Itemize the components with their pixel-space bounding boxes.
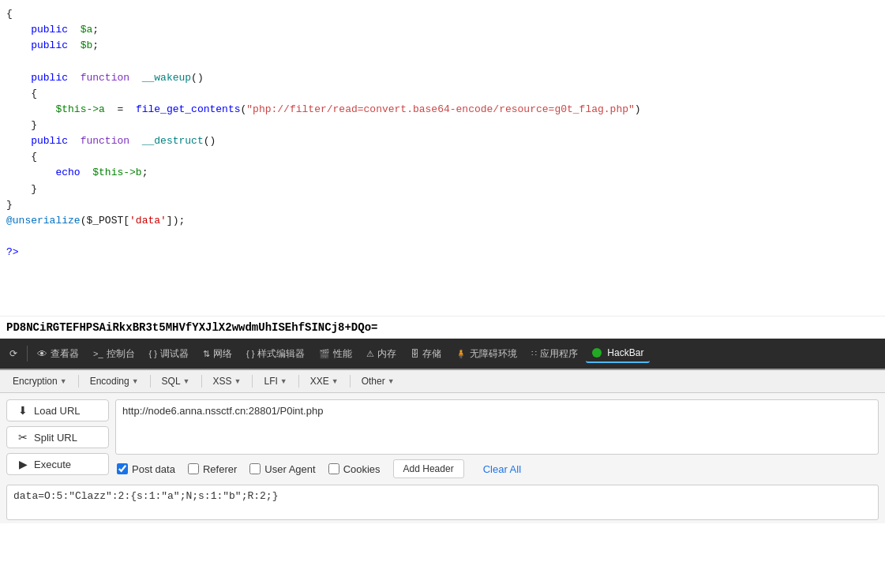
devtools-tab-refresh[interactable]: ⟳ (3, 345, 24, 362)
url-input[interactable] (115, 399, 879, 455)
menu-separator (78, 375, 79, 388)
code-text: public $a; (6, 22, 99, 38)
hackbar-action-buttons: ⬇ Load URL ✂ Split URL ▶ Execute (6, 399, 109, 478)
load-url-button[interactable]: ⬇ Load URL (6, 399, 109, 421)
post-data-checkbox-label[interactable]: Post data (117, 463, 175, 475)
menu-encryption[interactable]: Encryption ▼ (6, 373, 73, 389)
inspector-icon: 👁 (37, 348, 47, 360)
code-area: { public $a; public $b; public function … (0, 0, 885, 316)
chevron-down-icon: ▼ (332, 377, 339, 385)
code-line: } (0, 118, 885, 133)
menu-label: Other (362, 376, 385, 387)
code-line: { (0, 149, 885, 165)
code-text: public function __wakeup() (6, 70, 204, 86)
code-text: echo $this->b; (6, 165, 148, 181)
network-icon: ⇅ (203, 349, 210, 359)
execute-button[interactable]: ▶ Execute (6, 453, 109, 475)
toolbar-separator (27, 346, 28, 361)
code-text: { (6, 6, 13, 22)
clear-all-button[interactable]: Clear All (477, 460, 527, 478)
code-line: public function __wakeup() (0, 70, 885, 86)
application-icon: ∷ (531, 349, 537, 359)
menu-separator (350, 375, 351, 388)
menu-sql[interactable]: SQL ▼ (156, 373, 197, 389)
scissors-icon: ✂ (17, 431, 29, 444)
hackbar-panel: Encryption ▼ Encoding ▼ SQL ▼ XSS ▼ LFI … (0, 369, 885, 523)
menu-xss[interactable]: XSS ▼ (207, 373, 248, 389)
user-agent-label: User Agent (264, 463, 315, 475)
code-text: @unserialize($_POST['data']); (6, 213, 185, 229)
clear-all-label: Clear All (483, 463, 521, 475)
tab-label: 性能 (333, 347, 352, 361)
hackbar-url-area: Post data Referer User Agent Cookies Add… (115, 399, 879, 478)
devtools-tab-hackbar[interactable]: HackBar (586, 344, 650, 363)
hackbar-checkboxes-row: Post data Referer User Agent Cookies Add… (115, 459, 879, 478)
hackbar-main-content: ⬇ Load URL ✂ Split URL ▶ Execute Post da… (0, 393, 885, 485)
devtools-tab-performance[interactable]: 🎬 性能 (313, 344, 358, 364)
menu-label: Encoding (90, 376, 129, 387)
tab-label: 网络 (213, 347, 232, 361)
devtools-tab-storage[interactable]: 🗄 存储 (404, 344, 448, 364)
devtools-tab-memory[interactable]: ⚠ 内存 (360, 344, 403, 364)
menu-separator (252, 375, 253, 388)
code-text: $this->a = file_get_contents("php://filt… (6, 102, 641, 118)
chevron-down-icon: ▼ (280, 377, 287, 385)
encoded-string: PD8NCiRGTEFHPSAiRkxBR3t5MHVfYXJlX2wwdmUh… (0, 316, 885, 339)
menu-lfi[interactable]: LFI ▼ (257, 373, 293, 389)
chevron-down-icon: ▼ (183, 377, 190, 385)
split-url-button[interactable]: ✂ Split URL (6, 426, 109, 448)
menu-label: LFI (264, 376, 277, 387)
code-line: echo $this->b; (0, 165, 885, 181)
menu-encoding[interactable]: Encoding ▼ (84, 373, 145, 389)
debugger-icon: { } (149, 349, 157, 358)
code-text: } (6, 118, 37, 133)
code-line: { (0, 86, 885, 102)
devtools-tab-inspector[interactable]: 👁 查看器 (31, 344, 85, 364)
menu-separator (298, 375, 299, 388)
menu-separator (150, 375, 151, 388)
tab-label: 查看器 (51, 347, 79, 361)
code-line (0, 229, 885, 245)
devtools-tab-debugger[interactable]: { } 调试器 (143, 344, 195, 364)
cookies-checkbox-label[interactable]: Cookies (328, 463, 381, 475)
cookies-checkbox[interactable] (328, 463, 339, 474)
post-data-checkbox[interactable] (117, 463, 128, 474)
menu-label: XXE (310, 376, 329, 387)
memory-icon: ⚠ (366, 349, 374, 359)
post-data-label: Post data (132, 463, 175, 475)
referer-checkbox-label[interactable]: Referer (188, 463, 237, 475)
menu-other[interactable]: Other ▼ (355, 373, 401, 389)
tab-label: 控制台 (107, 347, 135, 361)
code-text: public $b; (6, 38, 99, 54)
tab-label: 调试器 (160, 347, 189, 361)
tab-label: 应用程序 (540, 347, 578, 361)
devtools-tab-accessibility[interactable]: 🧍 无障碍环境 (449, 344, 523, 364)
chevron-down-icon: ▼ (132, 377, 139, 385)
referer-checkbox[interactable] (188, 463, 199, 474)
devtools-tab-network[interactable]: ⇅ 网络 (197, 344, 238, 364)
code-line: { (0, 6, 885, 22)
storage-icon: 🗄 (411, 349, 419, 358)
code-line: } (0, 182, 885, 197)
devtools-toolbar: ⟳ 👁 查看器 >_ 控制台 { } 调试器 ⇅ 网络 { } 样式编辑器 🎬 … (0, 339, 885, 369)
code-text: { (6, 149, 37, 165)
code-line: public function __destruct() (0, 133, 885, 149)
chevron-down-icon: ▼ (388, 377, 395, 385)
post-data-input[interactable] (6, 485, 879, 520)
referer-label: Referer (203, 463, 237, 475)
style-editor-icon: { } (246, 349, 254, 358)
tab-label: 样式编辑器 (257, 347, 305, 361)
user-agent-checkbox[interactable] (249, 463, 261, 474)
add-header-button[interactable]: Add Header (393, 459, 464, 478)
code-text: } (6, 197, 13, 213)
hackbar-menu-bar: Encryption ▼ Encoding ▼ SQL ▼ XSS ▼ LFI … (0, 370, 885, 393)
tab-label: 内存 (377, 347, 396, 361)
menu-xxe[interactable]: XXE ▼ (304, 373, 345, 389)
user-agent-checkbox-label[interactable]: User Agent (249, 463, 315, 475)
devtools-tab-console[interactable]: >_ 控制台 (87, 344, 141, 364)
performance-icon: 🎬 (319, 349, 330, 359)
devtools-tab-style-editor[interactable]: { } 样式编辑器 (240, 344, 311, 364)
refresh-icon: ⟳ (9, 348, 17, 359)
code-line (0, 54, 885, 69)
devtools-tab-application[interactable]: ∷ 应用程序 (525, 344, 584, 364)
